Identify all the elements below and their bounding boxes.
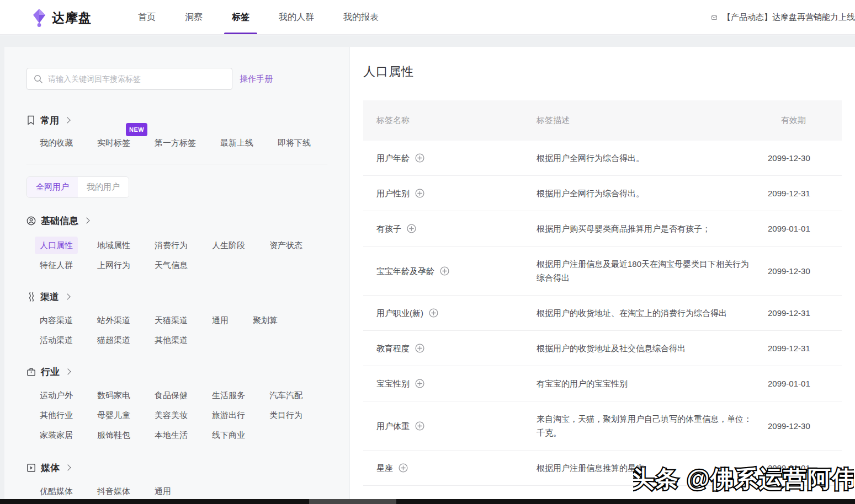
announcement[interactable]: 【产品动态】达摩盘再营销能力上线 bbox=[706, 0, 855, 35]
manual-link[interactable]: 操作手册 bbox=[240, 74, 273, 84]
sidebar-item-general-media[interactable]: 通用 bbox=[155, 486, 171, 497]
add-tag-icon[interactable] bbox=[407, 224, 416, 233]
add-tag-icon[interactable] bbox=[440, 266, 449, 276]
sidebar-item-asset-status[interactable]: 资产状态 bbox=[269, 240, 302, 251]
sidebar-item-food-health[interactable]: 食品保健 bbox=[155, 390, 188, 401]
sidebar-item-activity-channel[interactable]: 活动渠道 bbox=[40, 335, 73, 346]
announcement-text: 【产品动态】达摩盘再营销能力上线 bbox=[723, 12, 855, 23]
sidebar-item-consume-behavior[interactable]: 消费行为 bbox=[155, 240, 188, 251]
section-title: 常用 bbox=[40, 114, 59, 127]
sidebar-item-other-industry[interactable]: 其他行业 bbox=[40, 410, 73, 421]
chevron-right-icon bbox=[64, 117, 70, 123]
sidebar-item-newly-online[interactable]: 最新上线 bbox=[220, 137, 253, 148]
sidebar-item-juhuasuan[interactable]: 聚划算 bbox=[253, 315, 278, 326]
table-row: 有孩子 根据用户购买母婴类商品推算用户是否有孩子； 2099-01-01 bbox=[363, 211, 842, 246]
sidebar-item-offsite-channel[interactable]: 站外渠道 bbox=[97, 315, 130, 326]
section-basic-info-header[interactable]: 基础信息 bbox=[26, 215, 332, 227]
page: 达摩盘 首页 洞察 标签 我的人群 我的报表 【产品动态】达摩盘再营销能力上线 bbox=[0, 0, 855, 504]
sidebar-item-maochao-channel[interactable]: 猫超渠道 bbox=[97, 335, 130, 346]
horizontal-scrollbar[interactable] bbox=[0, 499, 855, 504]
sidebar-item-content-channel[interactable]: 内容渠道 bbox=[40, 315, 73, 326]
sidebar-item-sports-outdoor[interactable]: 运动户外 bbox=[40, 390, 73, 401]
nav-my-audience[interactable]: 我的人群 bbox=[279, 0, 314, 35]
nav-tags[interactable]: 标签 bbox=[232, 0, 249, 35]
search-box[interactable] bbox=[26, 68, 232, 90]
page-title: 人口属性 bbox=[363, 63, 842, 80]
tab-my-users[interactable]: 我的用户 bbox=[78, 177, 129, 197]
sidebar-item-tmall-channel[interactable]: 天猫渠道 bbox=[155, 315, 188, 326]
search-input[interactable] bbox=[48, 74, 225, 83]
tag-name[interactable]: 星座 bbox=[376, 461, 393, 475]
sidebar-item-apparel-shoes[interactable]: 服饰鞋包 bbox=[97, 430, 130, 441]
section-common-header[interactable]: 常用 bbox=[26, 114, 332, 126]
sidebar-item-offline-business[interactable]: 线下商业 bbox=[212, 430, 245, 441]
sidebar-item-online-behavior[interactable]: 上网行为 bbox=[97, 260, 130, 271]
divider bbox=[26, 164, 327, 164]
tag-name[interactable]: 有孩子 bbox=[376, 222, 401, 235]
tag-name[interactable]: 用户体重 bbox=[376, 419, 410, 433]
sidebar-item-region[interactable]: 地域属性 bbox=[97, 240, 130, 251]
tag-name[interactable]: 用户年龄 bbox=[376, 151, 410, 165]
sidebar-item-favorites[interactable]: 我的收藏 bbox=[40, 137, 73, 148]
tag-name[interactable]: 用户职业(新) bbox=[376, 306, 423, 320]
sidebar-item-beauty-makeup[interactable]: 美容美妆 bbox=[155, 410, 188, 421]
section-channel-header[interactable]: 渠道 bbox=[26, 291, 332, 303]
sidebar-item-youku-media[interactable]: 优酷媒体 bbox=[40, 486, 73, 497]
sidebar-item-demographics[interactable]: 人口属性 bbox=[35, 237, 78, 254]
tag-desc: 根据用户的收货地址及社交信息综合得出 bbox=[523, 341, 768, 355]
sidebar-item-mother-baby[interactable]: 母婴儿童 bbox=[97, 410, 130, 421]
nav-insight[interactable]: 洞察 bbox=[185, 0, 203, 35]
nav-home[interactable]: 首页 bbox=[138, 0, 156, 35]
tag-desc: 根据用户注册信息推算的星座 bbox=[523, 461, 768, 475]
add-tag-icon[interactable] bbox=[415, 344, 424, 353]
sidebar-item-home-decor[interactable]: 家装家居 bbox=[40, 430, 73, 441]
sidebar-item-other-channel[interactable]: 其他渠道 bbox=[155, 335, 188, 346]
add-tag-icon[interactable] bbox=[399, 463, 408, 473]
tag-name[interactable]: 宝宝性别 bbox=[376, 377, 410, 390]
sidebar-item-weather-info[interactable]: 天气信息 bbox=[155, 260, 188, 271]
tag-desc: 来自淘宝，天猫，聚划算用户自己填写的体重信息，单位：千克。 bbox=[523, 412, 768, 439]
add-tag-icon[interactable] bbox=[415, 189, 424, 198]
industry-items: 运动户外 数码家电 食品保健 生活服务 汽车汽配 其他行业 母婴儿童 美容美妆 … bbox=[40, 390, 329, 441]
user-scope-tabs: 全网用户 我的用户 bbox=[26, 176, 129, 198]
sidebar-item-life-service[interactable]: 生活服务 bbox=[212, 390, 245, 401]
sidebar-item-realtime-tags[interactable]: 实时标签 NEW bbox=[97, 137, 130, 148]
tag-expiry: 2099-12-30 bbox=[768, 151, 842, 165]
nav-my-reports[interactable]: 我的报表 bbox=[343, 0, 379, 35]
section-media-header[interactable]: 媒体 bbox=[26, 462, 332, 474]
tag-name[interactable]: 教育程度 bbox=[376, 341, 410, 355]
scrollbar-thumb[interactable] bbox=[309, 499, 396, 504]
sidebar-item-feature-crowd[interactable]: 特征人群 bbox=[40, 260, 73, 271]
top-nav: 首页 洞察 标签 我的人群 我的报表 bbox=[138, 0, 379, 35]
tag-desc: 根据用户全网行为综合得出。 bbox=[523, 151, 768, 165]
sidebar-item-digital-appliance[interactable]: 数码家电 bbox=[97, 390, 130, 401]
sidebar-item-firstparty-tags[interactable]: 第一方标签 bbox=[155, 137, 196, 148]
sidebar-item-general-channel[interactable]: 通用 bbox=[212, 315, 229, 326]
channel-icon bbox=[26, 292, 35, 302]
sidebar-item-auto-parts[interactable]: 汽车汽配 bbox=[269, 390, 302, 401]
table-row: 教育程度 根据用户的收货地址及社交信息综合得出 2099-12-31 bbox=[363, 331, 842, 366]
add-tag-icon[interactable] bbox=[415, 421, 424, 431]
brand[interactable]: 达摩盘 bbox=[32, 8, 92, 28]
col-header-tag-name: 标签名称 bbox=[363, 115, 523, 126]
sidebar-item-local-life[interactable]: 本地生活 bbox=[155, 430, 188, 441]
tab-all-network-users[interactable]: 全网用户 bbox=[27, 177, 78, 197]
sidebar-item-category-behavior[interactable]: 类目行为 bbox=[269, 410, 302, 421]
tag-name[interactable]: 宝宝年龄及孕龄 bbox=[376, 264, 434, 278]
tag-category-sidebar: 操作手册 常用 我的收藏 实时标签 NEW 第一方标签 最新上线 即将下线 bbox=[4, 47, 349, 504]
content-area: 操作手册 常用 我的收藏 实时标签 NEW 第一方标签 最新上线 即将下线 bbox=[0, 35, 855, 504]
sidebar-item-life-stage[interactable]: 人生阶段 bbox=[212, 240, 245, 251]
tag-expiry: 2099-01-01 bbox=[768, 222, 842, 235]
sidebar-item-going-offline[interactable]: 即将下线 bbox=[278, 137, 311, 148]
tag-name[interactable]: 用户性别 bbox=[376, 186, 410, 200]
sidebar-item-travel[interactable]: 旅游出行 bbox=[212, 410, 245, 421]
table-header: 标签名称 标签描述 有效期 bbox=[363, 100, 842, 141]
brand-name: 达摩盘 bbox=[52, 9, 92, 26]
section-industry-header[interactable]: 行业 bbox=[26, 366, 332, 378]
add-tag-icon[interactable] bbox=[415, 379, 424, 388]
tag-expiry: 2099-01-01 bbox=[768, 377, 842, 390]
new-badge: NEW bbox=[126, 123, 147, 136]
sidebar-item-douyin-media[interactable]: 抖音媒体 bbox=[97, 486, 130, 497]
add-tag-icon[interactable] bbox=[429, 308, 438, 318]
add-tag-icon[interactable] bbox=[415, 153, 424, 163]
